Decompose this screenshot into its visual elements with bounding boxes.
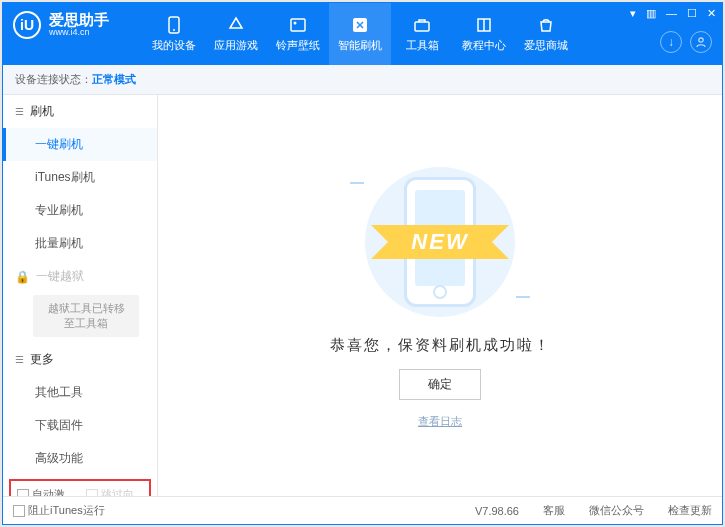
list-icon: ☰: [15, 354, 24, 365]
header-label: 更多: [30, 351, 54, 368]
header-label: 刷机: [30, 103, 54, 120]
nav-label: 工具箱: [406, 38, 439, 53]
nav-store[interactable]: 爱思商城: [515, 3, 577, 65]
wechat-link[interactable]: 微信公众号: [589, 503, 644, 518]
nav-label: 智能刷机: [338, 38, 382, 53]
svg-point-1: [173, 29, 175, 31]
brand: iU 爱思助手 www.i4.cn: [13, 3, 143, 39]
jailbreak-note: 越狱工具已转移至工具箱: [33, 295, 139, 337]
sidebar-item-batch[interactable]: 批量刷机: [3, 227, 157, 260]
nav-flash[interactable]: 智能刷机: [329, 3, 391, 65]
menu-icon[interactable]: ▾: [630, 7, 636, 20]
nav-ringtones[interactable]: 铃声壁纸: [267, 3, 329, 65]
picture-icon: [288, 15, 308, 35]
view-log-link[interactable]: 查看日志: [418, 414, 462, 429]
close-icon[interactable]: ✕: [707, 7, 716, 20]
skip-guide-checkbox[interactable]: 跳过向导: [86, 487, 143, 496]
content-panel: NEW 恭喜您，保资料刷机成功啦！ 确定 查看日志: [158, 95, 722, 496]
navbar: 我的设备 应用游戏 铃声壁纸 智能刷机 工具箱 教程中心: [143, 3, 577, 65]
nav-label: 我的设备: [152, 38, 196, 53]
check-update-link[interactable]: 检查更新: [668, 503, 712, 518]
toolbox-icon: [412, 15, 432, 35]
service-link[interactable]: 客服: [543, 503, 565, 518]
download-button[interactable]: ↓: [660, 31, 682, 53]
flash-icon: [350, 15, 370, 35]
new-ribbon: NEW: [389, 225, 490, 259]
version-text: V7.98.66: [475, 505, 519, 517]
success-message: 恭喜您，保资料刷机成功啦！: [330, 336, 551, 355]
nav-tutorials[interactable]: 教程中心: [453, 3, 515, 65]
apps-icon: [226, 15, 246, 35]
titlebar: iU 爱思助手 www.i4.cn 我的设备 应用游戏 铃声壁纸 智能刷机: [3, 3, 722, 65]
book-icon: [474, 15, 494, 35]
nav-label: 铃声壁纸: [276, 38, 320, 53]
nav-label: 教程中心: [462, 38, 506, 53]
app-subtitle: www.i4.cn: [49, 28, 109, 38]
sidebar-flash-header[interactable]: ☰ 刷机: [3, 95, 157, 128]
svg-rect-2: [291, 19, 305, 31]
minimize-icon[interactable]: —: [666, 7, 677, 20]
sidebar-item-pro[interactable]: 专业刷机: [3, 194, 157, 227]
user-button[interactable]: [690, 31, 712, 53]
sidebar-item-itunes[interactable]: iTunes刷机: [3, 161, 157, 194]
status-bar: 设备连接状态： 正常模式: [3, 65, 722, 95]
svg-point-3: [294, 22, 297, 25]
logo-icon: iU: [13, 11, 41, 39]
nav-label: 应用游戏: [214, 38, 258, 53]
list-icon: ☰: [15, 106, 24, 117]
app-title: 爱思助手: [49, 12, 109, 29]
nav-label: 爱思商城: [524, 38, 568, 53]
nav-apps[interactable]: 应用游戏: [205, 3, 267, 65]
footer: 阻止iTunes运行 V7.98.66 客服 微信公众号 检查更新: [3, 496, 722, 524]
window-controls: ▾ ▥ — ☐ ✕: [630, 7, 716, 20]
maximize-icon[interactable]: ☐: [687, 7, 697, 20]
svg-rect-5: [415, 22, 429, 31]
device-icon: [164, 15, 184, 35]
ok-button[interactable]: 确定: [399, 369, 481, 400]
nav-toolbox[interactable]: 工具箱: [391, 3, 453, 65]
sidebar: ☰ 刷机 一键刷机 iTunes刷机 专业刷机 批量刷机 🔒 一键越狱 越狱工具…: [3, 95, 158, 496]
skin-icon[interactable]: ▥: [646, 7, 656, 20]
lock-icon: 🔒: [15, 270, 30, 284]
options-highlight: 自动激活 跳过向导: [9, 479, 151, 496]
header-label: 一键越狱: [36, 268, 84, 285]
sidebar-item-advanced[interactable]: 高级功能: [3, 442, 157, 475]
status-label: 设备连接状态：: [15, 72, 92, 87]
sidebar-item-oneclick[interactable]: 一键刷机: [3, 128, 157, 161]
sidebar-item-firmware[interactable]: 下载固件: [3, 409, 157, 442]
store-icon: [536, 15, 556, 35]
svg-point-6: [699, 38, 703, 42]
sidebar-item-other[interactable]: 其他工具: [3, 376, 157, 409]
auto-activate-checkbox[interactable]: 自动激活: [17, 487, 74, 496]
status-mode: 正常模式: [92, 72, 136, 87]
success-illustration: NEW: [330, 162, 550, 322]
sidebar-more-header[interactable]: ☰ 更多: [3, 343, 157, 376]
nav-my-device[interactable]: 我的设备: [143, 3, 205, 65]
sidebar-jailbreak-header: 🔒 一键越狱: [3, 260, 157, 293]
block-itunes-checkbox[interactable]: 阻止iTunes运行: [13, 503, 105, 518]
